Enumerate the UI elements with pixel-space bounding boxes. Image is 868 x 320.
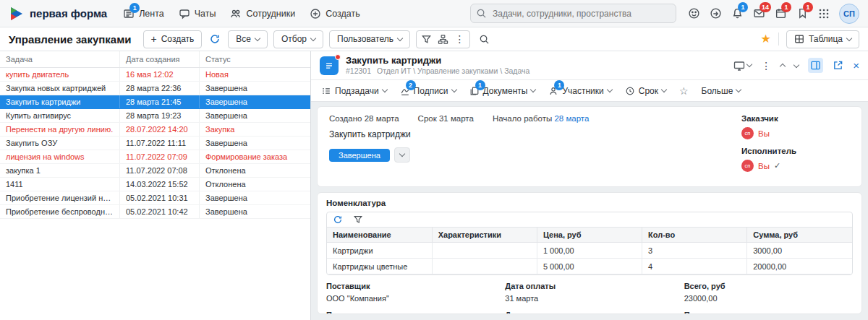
task-cell-date: 11.07.2022 07:08 [119,164,199,177]
task-row[interactable]: Закупить ОЗУ11.07.2022 11:11Завершена [0,137,310,150]
tab-signatures[interactable]: 2 Подписи [400,86,456,96]
kebab-menu-icon[interactable]: ⋮ [451,31,468,48]
close-icon[interactable]: × [853,60,859,71]
open-in-new-icon[interactable] [833,60,843,71]
search-input[interactable] [470,4,676,23]
chevron-down-icon [846,35,852,40]
nomenclature-cell [432,259,537,274]
status-dropdown-button[interactable] [394,147,410,163]
column-header-task[interactable]: Задача [0,51,119,67]
task-row[interactable]: Закупка новых картриджей28 марта 22:36За… [0,82,310,95]
table-search-icon[interactable] [476,31,493,48]
next-task-icon[interactable] [793,62,799,68]
create-task-button[interactable]: + Создать [143,30,203,48]
field-value[interactable]: ООО "Компания" [326,294,495,303]
task-row[interactable]: Закупить картриджи28 марта 21:45Завершен… [0,95,310,109]
apps-grid-icon[interactable] [818,8,830,20]
top-header: первая форма 1 Лента Чаты Сотрудн [0,0,868,27]
breadcrumb[interactable]: Отдел ИТ \ Управление закупками \ Задача [377,66,529,76]
tab-documents[interactable]: 1 Документы [469,86,536,96]
task-cell-name: Перенести на другую линию. [0,123,119,136]
chevron-down-icon [451,87,456,92]
task-cell-name: Приобретение лицензий на 10 пол... [0,191,119,204]
table-view-icon [794,34,804,44]
signatures-badge: 2 [406,80,416,90]
meta-created: Создано 28 марта [329,114,399,123]
column-header-date[interactable]: Дата создания [119,51,199,67]
favorite-star-icon[interactable]: ★ [761,33,771,45]
participants-badge: 1 [554,80,564,90]
nomenclature-column-header[interactable]: Наименование [327,228,432,243]
task-roles: Заказчик сп Вы Исполнитель сп Вы ✓ [741,114,850,179]
nomenclature-card: Номенклатура НаименованиеХарактеристикиЦ… [317,192,862,314]
task-alert-dot [335,54,341,60]
view-mode-dropdown[interactable]: Таблица [786,30,859,48]
task-row[interactable]: купить двигатель16 мая 12:02Новая [0,68,310,82]
nomenclature-column-header[interactable]: Цена, руб [537,228,642,243]
funnel-icon[interactable] [353,215,363,225]
start-date-link[interactable]: 28 марта [554,114,589,123]
scope-label: Все [236,34,251,44]
nav-item-create[interactable]: Создать [310,8,360,20]
nav-item-chats[interactable]: Чаты [179,8,216,20]
filter-dropdown[interactable]: Отбор [273,30,323,48]
emoji-icon[interactable] [688,7,700,20]
chevron-down-icon [530,87,536,92]
task-cell-status: Завершена [199,82,311,95]
task-tabs: Подзадачи 2 Подписи 1 Документы [311,80,868,102]
task-row[interactable]: Перенести на другую линию.28.07.2022 14:… [0,123,310,137]
refresh-icon[interactable] [333,215,343,225]
space-toolbar: Управление закупками + Создать Все Отбор… [0,27,868,51]
tab-subtasks[interactable]: Подзадачи [321,86,387,96]
funnel-icon[interactable] [418,31,435,48]
logo[interactable]: первая форма [9,6,107,22]
customer-row[interactable]: сп Вы [741,127,850,139]
notifications-icon[interactable]: 1 [731,7,744,20]
nomenclature-column-header[interactable]: Сумма, руб [747,228,852,243]
bookmark-icon[interactable]: 1 [796,7,809,20]
people-icon [230,8,242,20]
tab-more[interactable]: Больше [702,86,741,96]
task-cell-name: Закупка новых картриджей [0,82,119,95]
status-badge[interactable]: Завершена [329,149,390,162]
nomenclature-row[interactable]: Картриджи1 000,0033000,00 [327,243,852,259]
nav-item-employees[interactable]: Сотрудники [230,8,295,20]
panel-layout-icon[interactable] [808,58,823,73]
refresh-icon[interactable] [208,33,222,45]
tab-label: Срок [639,86,658,96]
chevron-down-icon [661,87,667,92]
task-row[interactable]: Приобретение лицензий на 10 пол...05.02.… [0,191,310,205]
user-dropdown[interactable]: Пользователь [329,30,410,48]
kebab-menu-icon[interactable]: ⋮ [761,61,771,71]
hierarchy-icon[interactable] [435,31,451,48]
detail-field: Дата допоставкиНе заполнено [505,311,673,314]
field-value: 23000,00 [684,294,853,303]
task-row[interactable]: Приобретение беспроводных мыш...05.02.20… [0,205,310,219]
page-title: Управление закупками [9,33,132,46]
nomenclature-cell: 20000,00 [747,259,852,274]
prev-task-icon[interactable] [780,63,786,69]
scope-dropdown[interactable]: Все [228,30,268,48]
task-row[interactable]: Купить антивирус28 марта 19:23Завершена [0,109,310,123]
nomenclature-column-header[interactable]: Характеристики [432,228,537,243]
nomenclature-column-header[interactable]: Кол-во [642,228,747,243]
calendar-icon[interactable]: 1 [775,7,787,20]
global-search [470,4,676,23]
fields-grid: ПоставщикООО "Компания"Дата оплаты31 мар… [326,282,853,314]
column-header-status[interactable]: Статус [199,51,311,67]
mail-icon[interactable]: 14 [753,7,765,20]
tab-participants[interactable]: 1 Участники [548,86,611,96]
nav-item-feed[interactable]: 1 Лента [123,8,164,20]
display-mode-icon[interactable] [733,60,752,72]
share-icon[interactable] [710,7,722,20]
nomenclature-row[interactable]: Картриджы цветные5 000,00420000,00 [327,259,852,274]
tab-deadline[interactable]: Срок [625,86,666,96]
assignee-row[interactable]: сп Вы ✓ [741,160,850,172]
user-avatar[interactable]: СП [839,4,859,24]
task-row[interactable]: закупка 111.07.2022 07:08Отклонена [0,164,310,178]
star-outline-icon[interactable]: ☆ [679,86,689,96]
nav-label: Создать [326,9,360,19]
task-row[interactable]: лицензия на windows11.07.2022 07:09Форми… [0,150,310,164]
assignee-avatar: сп [741,160,754,172]
task-row[interactable]: 141114.03.2022 15:52Отклонена [0,178,310,191]
